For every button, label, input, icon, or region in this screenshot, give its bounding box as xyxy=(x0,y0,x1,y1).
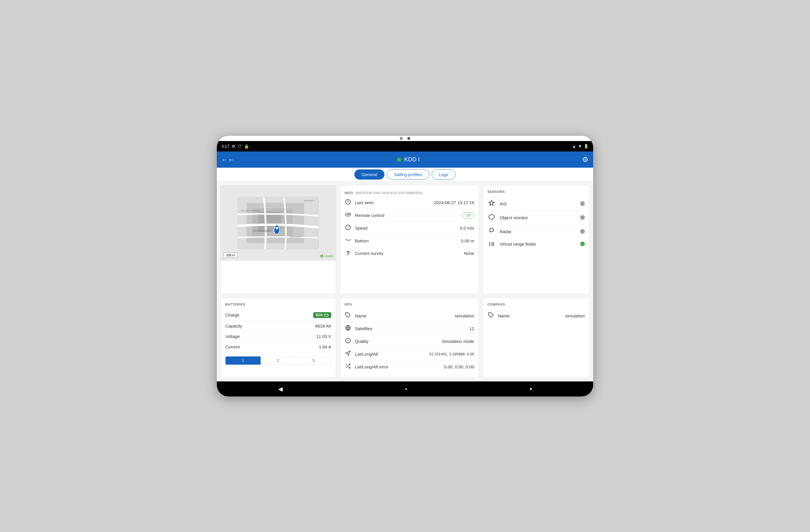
map-area[interactable]: Blankfort I Brouwerij de Pater Sint-Piet… xyxy=(221,186,336,261)
lat-long-alt-error-label: Lat/Long/Alt error xyxy=(355,364,441,369)
object-monitor-status-dot xyxy=(580,215,585,220)
nav-home-button[interactable]: ● xyxy=(398,385,414,393)
compass-section-title: COMPASS xyxy=(487,303,585,306)
compass-row-name: Name simulation xyxy=(487,310,585,322)
satellites-label: Satellites xyxy=(355,326,466,331)
current-survey-value: None xyxy=(464,251,474,256)
last-seen-value: 2024-06-27 15:17:19 xyxy=(434,200,474,205)
info-row-last-seen: Last seen 2024-06-27 15:17:19 xyxy=(344,196,474,209)
svg-rect-13 xyxy=(346,213,351,216)
map-svg: Blankfort I Brouwerij de Pater Sint-Piet… xyxy=(221,186,336,261)
voltage-value: 11.03 V xyxy=(316,334,331,339)
last-seen-label: Last seen xyxy=(355,200,431,205)
status-bar: 3:17 ⚙ 🛡 🔒 ▲ ▼ 🔋 xyxy=(217,141,593,151)
status-right: ▲ ▼ 🔋 xyxy=(572,144,588,148)
signal-icon: ▼ xyxy=(578,144,582,148)
settings-status-icon: ⚙ xyxy=(231,144,236,148)
top-dot-2 xyxy=(407,137,410,140)
svg-text:Brouwerij de Pater: Brouwerij de Pater xyxy=(241,209,260,212)
svg-marker-20 xyxy=(489,214,494,219)
compass-card: COMPASS Name simulation xyxy=(483,298,590,378)
current-survey-label: Current survey xyxy=(355,251,460,256)
svg-text:Blankfort I: Blankfort I xyxy=(304,199,315,202)
compass-name-value: simulation xyxy=(565,313,585,318)
tablet-top-bar xyxy=(217,136,593,141)
gps-row-satellites: Satellites 12 xyxy=(344,322,474,335)
bottom-nav: ◀ ● ■ xyxy=(217,382,593,397)
object-monitor-icon xyxy=(487,214,496,222)
tab-sailing-profiles[interactable]: Sailing profiles xyxy=(387,170,430,180)
app-header: ← KDD I ⚙ xyxy=(217,151,593,168)
battery-tab-2[interactable]: 2 xyxy=(261,356,296,365)
radar-icon xyxy=(487,228,496,236)
sensor-row-radar: Radar xyxy=(487,225,585,239)
battery-row-voltage: Voltage 11.03 V xyxy=(225,331,331,342)
nav-square-button[interactable]: ■ xyxy=(523,385,539,393)
compass-name-icon xyxy=(487,312,495,319)
nav-back-button[interactable]: ◀ xyxy=(271,383,290,395)
battery-tabs: 1 2 3 xyxy=(225,356,331,365)
info-row-current-survey: ? Current survey None xyxy=(344,247,474,259)
shuffle-icon xyxy=(344,363,352,370)
lat-long-alt-value: 51.231401, 3.195988, 0.00 xyxy=(429,352,474,356)
svg-text:Malenplein: Malenplein xyxy=(290,235,301,238)
gps-name-label: Name xyxy=(355,313,451,318)
battery-tab-3[interactable]: 3 xyxy=(296,356,331,365)
info-subtitle: (B6FDFE9F-0394-4A59-B232-B34798BB6B35) xyxy=(356,191,422,195)
header-title: KDD I xyxy=(397,156,420,163)
gps-row-name: Name simulation xyxy=(344,310,474,322)
current-value: 1.84 A xyxy=(319,344,331,349)
current-label: Current xyxy=(225,344,240,349)
top-dot-1 xyxy=(400,137,403,140)
svg-marker-19 xyxy=(489,200,494,205)
sensor-row-virtual-range-finder: (·)) Virtual range finder xyxy=(487,239,585,249)
radar-label: Radar xyxy=(500,229,576,234)
remote-control-toggle[interactable]: Off xyxy=(462,212,474,219)
lat-long-alt-error-value: 0.00, 0.00, 0.00 xyxy=(444,364,474,369)
voltage-label: Voltage xyxy=(225,334,240,339)
tab-general[interactable]: General xyxy=(354,170,384,180)
clock-icon xyxy=(344,199,352,206)
status-left: 3:17 ⚙ 🛡 🔒 xyxy=(222,144,249,148)
compass-name-label: Name xyxy=(498,313,562,318)
satellites-value: 12 xyxy=(469,326,474,331)
gps-row-lat-long-alt-error: Lat/Long/Alt error 0.00, 0.00, 0.00 xyxy=(344,360,474,373)
gps-name-value: simulation xyxy=(454,313,474,318)
bottom-value: 0.00 m xyxy=(461,238,474,243)
info-row-bottom: Bottom 0.00 m xyxy=(344,235,474,247)
nav-tabs: General Sailing profiles Logs xyxy=(217,168,593,181)
info-section-header: INFO (B6FDFE9F-0394-4A59-B232-B34798BB6B… xyxy=(344,190,474,195)
capacity-label: Capacity xyxy=(225,323,242,328)
quality-value: Simulation mode xyxy=(442,339,474,344)
svg-line-18 xyxy=(348,226,349,227)
battery-row-current: Current 1.84 A xyxy=(225,342,331,352)
settings-button[interactable]: ⚙ xyxy=(582,156,588,164)
gps-row-lat-long-alt: Lat/Long/Alt 51.231401, 3.195988, 0.00 xyxy=(344,348,474,360)
tab-logs[interactable]: Logs xyxy=(432,170,456,180)
lock-icon: 🔒 xyxy=(244,144,249,148)
virtual-range-finder-icon: (·)) xyxy=(487,242,496,246)
quality-icon xyxy=(344,338,352,345)
battery-row-capacity: Capacity 6618 Ah xyxy=(225,321,331,331)
map-card: Blankfort I Brouwerij de Pater Sint-Piet… xyxy=(220,185,336,294)
tablet-frame: 3:17 ⚙ 🛡 🔒 ▲ ▼ 🔋 ← KDD I ⚙ General Saili… xyxy=(217,136,593,397)
remote-control-label: Remote control xyxy=(355,213,458,218)
status-time: 3:17 xyxy=(222,144,229,148)
bottom-label: Bottom xyxy=(355,238,457,243)
battery-tab-1[interactable]: 1 xyxy=(226,356,261,365)
info-section-title: INFO xyxy=(344,191,353,195)
sensors-section-title: SENSORS xyxy=(487,190,585,193)
speed-value: 0.0 m/s xyxy=(460,226,474,230)
sensor-row-object-monitor: Object monitor xyxy=(487,211,585,225)
device-status-dot xyxy=(397,158,401,162)
gps-section-title: GPS xyxy=(344,303,474,306)
question-icon: ? xyxy=(344,250,352,257)
battery-row-charge: Charge 92% xyxy=(225,310,331,321)
info-row-remote-control: Remote control Off xyxy=(344,209,474,222)
globe-icon xyxy=(344,325,352,332)
charge-label: Charge xyxy=(225,312,239,318)
back-button[interactable]: ← xyxy=(222,156,235,164)
ais-status-dot xyxy=(580,201,585,206)
object-monitor-label: Object monitor xyxy=(500,215,576,220)
wifi-icon: ▲ xyxy=(572,144,576,148)
